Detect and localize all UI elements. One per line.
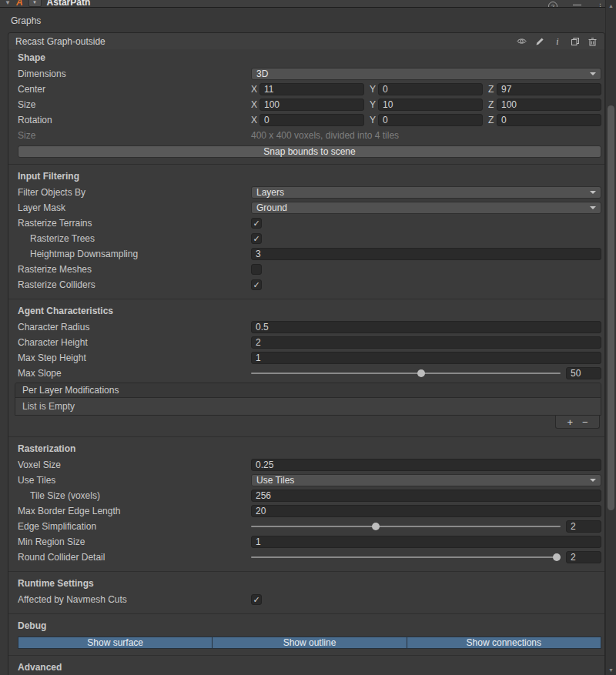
row-size: Size X100 Y10 Z100 — [8, 97, 604, 112]
chevron-down-icon — [590, 479, 596, 482]
center-x-field[interactable]: 11 — [259, 83, 364, 95]
section-runtime-settings: Runtime Settings Affected by Navmesh Cut… — [8, 571, 604, 613]
max-slope-label: Max Slope — [18, 368, 251, 379]
row-max-slope: Max Slope 50 — [8, 366, 604, 381]
filter-objects-by-dropdown[interactable]: Layers — [251, 186, 601, 199]
rasterize-colliders-checkbox[interactable]: ✓ — [251, 279, 262, 290]
trash-icon[interactable] — [588, 36, 598, 46]
show-outline-button[interactable]: Show outline — [212, 637, 407, 649]
snap-bounds-button[interactable]: Snap bounds to scene — [18, 145, 601, 158]
duplicate-icon[interactable] — [570, 36, 580, 46]
component-header: ▼ A ▼ AstarPath ? ⋮ — [0, 0, 616, 8]
script-dropdown-icon[interactable]: ▼ — [28, 0, 42, 7]
z-axis-label: Z — [488, 99, 497, 110]
edge-simplification-slider[interactable] — [251, 520, 561, 533]
slider-handle[interactable] — [372, 523, 380, 530]
size-info-label: Size — [18, 130, 251, 141]
section-input-filtering: Input Filtering Filter Objects By Layers… — [8, 164, 604, 299]
slider-handle[interactable] — [417, 369, 425, 377]
x-axis-label: X — [251, 84, 259, 95]
scroll-up-icon[interactable]: ▲ — [606, 3, 616, 8]
pencil-icon[interactable] — [534, 36, 544, 46]
row-affected-by-navmesh-cuts: Affected by Navmesh Cuts ✓ — [8, 592, 604, 607]
row-rasterize-trees: Rasterize Trees ✓ — [8, 231, 604, 246]
rotation-label: Rotation — [18, 115, 251, 125]
preset-icon[interactable] — [573, 2, 581, 8]
eye-icon[interactable] — [517, 36, 527, 46]
max-border-edge-length-field[interactable]: 20 — [251, 505, 601, 517]
size-info-value: 400 x 400 voxels, divided into 4 tiles — [251, 130, 601, 141]
row-character-height: Character Height 2 — [8, 335, 604, 350]
row-rasterize-terrains: Rasterize Terrains ✓ — [8, 216, 604, 231]
row-round-collider-detail: Round Collider Detail 2 — [8, 550, 604, 565]
round-collider-detail-value-field[interactable]: 2 — [566, 551, 601, 563]
dimensions-dropdown[interactable]: 3D — [251, 68, 601, 80]
row-layer-mask: Layer Mask Ground — [8, 200, 604, 216]
row-rasterize-colliders: Rasterize Colliders ✓ — [8, 277, 604, 292]
rotation-y-field[interactable]: 0 — [378, 114, 483, 126]
row-use-tiles: Use Tiles Use Tiles — [8, 473, 604, 488]
list-add-button[interactable]: + — [567, 417, 573, 427]
rasterize-meshes-checkbox[interactable] — [251, 264, 262, 275]
y-axis-label: Y — [370, 84, 378, 95]
scroll-down-icon[interactable]: ▼ — [606, 667, 616, 673]
help-icon[interactable]: ? — [548, 2, 557, 8]
size-x-field[interactable]: 100 — [259, 99, 364, 111]
section-agent-characteristics: Agent Characteristics Character Radius 0… — [8, 299, 604, 436]
per-layer-modifications-header[interactable]: Per Layer Modifications — [15, 383, 601, 398]
rasterize-trees-checkbox[interactable]: ✓ — [251, 233, 262, 244]
rasterize-meshes-label: Rasterize Meshes — [18, 264, 251, 275]
rotation-z-field[interactable]: 0 — [497, 114, 601, 126]
row-edge-simplification: Edge Simplification 2 — [8, 519, 604, 534]
z-axis-label: Z — [488, 115, 497, 125]
rasterize-colliders-label: Rasterize Colliders — [18, 279, 251, 290]
kebab-menu-icon[interactable]: ⋮ — [597, 2, 604, 8]
layer-mask-dropdown[interactable]: Ground — [251, 202, 601, 214]
section-rasterization: Rasterization Voxel Size 0.25 Use Tiles … — [8, 436, 604, 571]
slider-handle[interactable] — [553, 553, 561, 561]
vertical-scrollbar[interactable]: ▲ ▼ — [605, 0, 616, 675]
edge-simplification-label: Edge Simplification — [18, 521, 251, 532]
foldout-arrow-icon[interactable]: ▼ — [5, 0, 11, 6]
size-y-field[interactable]: 10 — [378, 99, 483, 111]
round-collider-detail-label: Round Collider Detail — [18, 552, 251, 563]
min-region-size-field[interactable]: 1 — [251, 536, 601, 548]
row-character-radius: Character Radius 0.5 — [8, 319, 604, 335]
component-title: AstarPath — [47, 0, 91, 8]
section-title-advanced: Advanced — [8, 660, 604, 675]
max-slope-slider[interactable] — [251, 367, 561, 379]
tile-size-field[interactable]: 256 — [251, 490, 601, 502]
show-connections-button[interactable]: Show connections — [407, 637, 601, 649]
list-remove-button[interactable]: − — [582, 417, 588, 427]
size-z-field[interactable]: 100 — [497, 99, 601, 111]
heightmap-downsampling-field[interactable]: 3 — [251, 248, 601, 260]
edge-simplification-value-field[interactable]: 2 — [566, 520, 601, 533]
graph-header[interactable]: Recast Graph-outside i — [8, 33, 604, 49]
affected-by-navmesh-cuts-checkbox[interactable]: ✓ — [251, 594, 262, 605]
z-axis-label: Z — [488, 84, 497, 95]
row-heightmap-downsampling: Heightmap Downsampling 3 — [8, 246, 604, 262]
graph-title: Recast Graph-outside — [15, 36, 105, 47]
y-axis-label: Y — [370, 99, 378, 110]
voxel-size-label: Voxel Size — [18, 459, 251, 470]
show-surface-button[interactable]: Show surface — [18, 637, 213, 649]
character-height-field[interactable]: 2 — [251, 336, 601, 349]
section-title-debug: Debug — [8, 618, 604, 634]
max-slope-value-field[interactable]: 50 — [566, 367, 601, 379]
section-title-input-filtering: Input Filtering — [8, 169, 604, 185]
voxel-size-field[interactable]: 0.25 — [251, 459, 601, 471]
center-z-field[interactable]: 97 — [497, 83, 601, 95]
rotation-x-field[interactable]: 0 — [259, 114, 364, 126]
character-radius-field[interactable]: 0.5 — [251, 321, 601, 333]
section-debug: Debug Show surface Show outline Show con… — [8, 613, 604, 655]
layer-mask-label: Layer Mask — [18, 202, 251, 213]
round-collider-detail-slider[interactable] — [251, 551, 561, 563]
info-icon[interactable]: i — [552, 36, 562, 46]
row-size-info: Size 400 x 400 voxels, divided into 4 ti… — [8, 128, 604, 143]
rasterize-terrains-checkbox[interactable]: ✓ — [251, 218, 262, 229]
max-step-height-field[interactable]: 1 — [251, 352, 601, 364]
use-tiles-dropdown[interactable]: Use Tiles — [251, 474, 601, 486]
scrollbar-thumb[interactable] — [608, 105, 614, 510]
center-y-field[interactable]: 0 — [378, 83, 483, 95]
section-advanced: Advanced Relevant Graph Surface Mode Req… — [8, 655, 604, 675]
